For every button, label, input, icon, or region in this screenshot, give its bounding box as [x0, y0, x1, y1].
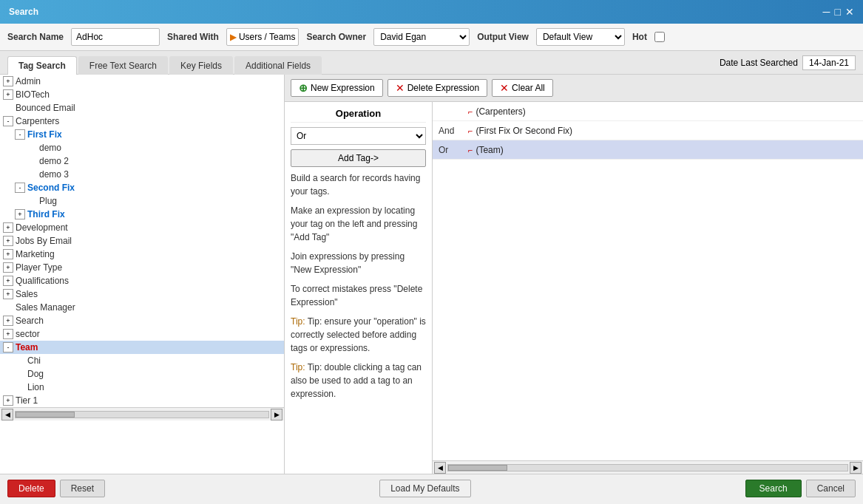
tree-toggle-biotech[interactable]: +	[3, 89, 13, 100]
tab-tag-search[interactable]: Tag Search	[7, 56, 77, 75]
shared-with-box[interactable]: ▶ Users / Teams	[226, 28, 299, 46]
delete-expression-button[interactable]: ✕ Delete Expression	[387, 79, 487, 97]
tree-node-first-fix[interactable]: - First Fix	[0, 128, 284, 141]
tree-toggle-carpenters[interactable]: -	[3, 116, 13, 126]
tree-toggle-jobs-by-email[interactable]: +	[3, 236, 13, 246]
shared-with-arrow: ▶	[230, 33, 236, 42]
tree-toggle-second-fix[interactable]: -	[15, 183, 25, 193]
expr-hscroll-left[interactable]: ◀	[434, 462, 446, 474]
tree-toggle-tier-1[interactable]: +	[3, 395, 13, 406]
operation-panel: Operation Or And Not Add Tag-> Build a s…	[285, 102, 433, 474]
expressions-area[interactable]: ⌐ (Carpenters) And ⌐ (First Fix Or Secon…	[433, 102, 863, 460]
expr-hscroll[interactable]: ◀ ▶	[433, 460, 863, 474]
tree-panel[interactable]: + Admin + BIOTech Bounced Email - Carpen…	[0, 75, 285, 474]
tree-label-chi: Chi	[27, 355, 41, 366]
tree-toggle-marketing[interactable]: +	[3, 249, 13, 259]
tree-node-demo-2[interactable]: demo 2	[0, 154, 284, 168]
tree-node-marketing[interactable]: + Marketing	[0, 248, 284, 261]
expr-hscroll-track[interactable]	[447, 464, 848, 471]
title-bar-controls: ─ □ ✕	[823, 6, 854, 18]
close-button[interactable]: ✕	[845, 6, 854, 18]
tree-label-plug: Plug	[39, 196, 57, 206]
tree-label-carpenters: Carpenters	[16, 116, 59, 126]
tree-label-search: Search	[16, 316, 44, 326]
tree-node-third-fix[interactable]: + Third Fix	[0, 208, 284, 221]
tree-toggle-first-fix[interactable]: -	[15, 129, 25, 140]
tree-node-plug[interactable]: Plug	[0, 194, 284, 208]
tab-free-text-search[interactable]: Free Text Search	[78, 56, 168, 75]
maximize-button[interactable]: □	[835, 6, 841, 18]
tree-node-sales-manager[interactable]: Sales Manager	[0, 301, 284, 314]
tree-hscroll-right[interactable]: ▶	[271, 409, 282, 420]
tree-node-demo[interactable]: demo	[0, 141, 284, 154]
tree-node-qualifications[interactable]: + Qualifications	[0, 274, 284, 287]
clear-all-button[interactable]: ✕ Clear All	[492, 79, 553, 97]
tree-node-bounced-email[interactable]: Bounced Email	[0, 101, 284, 115]
search-owner-select[interactable]: David Egan	[373, 28, 470, 46]
tree-node-sector[interactable]: + sector	[0, 327, 284, 341]
hot-checkbox[interactable]	[654, 32, 665, 42]
tree-node-sales[interactable]: + Sales	[0, 287, 284, 301]
expressions-container: ⌐ (Carpenters) And ⌐ (First Fix Or Secon…	[433, 102, 863, 474]
tree-toggle-player-type[interactable]: +	[3, 262, 13, 273]
tree-toggle-search[interactable]: +	[3, 316, 13, 326]
tree-node-search[interactable]: + Search	[0, 314, 284, 327]
search-name-label: Search Name	[7, 32, 64, 42]
tree-node-dog[interactable]: Dog	[0, 367, 284, 381]
tree-hscroll[interactable]: ◀ ▶	[0, 407, 284, 420]
tree-label-team: Team	[16, 342, 38, 353]
footer: Delete Reset Load My Defaults Search Can…	[0, 474, 863, 502]
new-expression-icon: ⊕	[299, 82, 308, 94]
expression-row-1[interactable]: And ⌐ (First Fix Or Second Fix)	[433, 121, 863, 140]
delete-expression-icon: ✕	[396, 82, 405, 94]
new-expression-button[interactable]: ⊕ New Expression	[291, 79, 383, 97]
tree-node-carpenters[interactable]: - Carpenters	[0, 115, 284, 128]
tree-hscroll-left[interactable]: ◀	[1, 409, 13, 420]
reset-button[interactable]: Reset	[60, 480, 105, 497]
operation-title: Operation	[291, 108, 426, 123]
expression-row-2[interactable]: Or ⌐ (Team)	[433, 140, 863, 160]
tree-node-biotech[interactable]: + BIOTech	[0, 88, 284, 101]
cancel-button[interactable]: Cancel	[806, 480, 856, 497]
tree-node-chi[interactable]: Chi	[0, 354, 284, 367]
tree-hscroll-track[interactable]	[15, 411, 269, 418]
load-defaults-button[interactable]: Load My Defaults	[379, 480, 470, 497]
search-button[interactable]: Search	[745, 480, 802, 497]
tree-node-jobs-by-email[interactable]: + Jobs By Email	[0, 234, 284, 248]
tree-node-second-fix[interactable]: - Second Fix	[0, 181, 284, 194]
tab-key-fields[interactable]: Key Fields	[169, 56, 233, 75]
tree-toggle-team[interactable]: -	[3, 342, 13, 353]
search-name-input[interactable]	[71, 28, 160, 46]
tree-node-development[interactable]: + Development	[0, 221, 284, 234]
tree-node-team[interactable]: - Team	[0, 341, 284, 354]
expr-hscroll-thumb	[448, 465, 507, 471]
delete-button[interactable]: Delete	[7, 480, 55, 497]
tree-label-dog: Dog	[27, 369, 44, 379]
tree-node-admin[interactable]: + Admin	[0, 75, 284, 88]
minimize-button[interactable]: ─	[823, 6, 830, 18]
tab-additional-fields[interactable]: Additional Fields	[234, 56, 322, 75]
footer-right: Search Cancel	[745, 480, 856, 497]
operation-select[interactable]: Or And Not	[291, 127, 426, 145]
expression-row-0[interactable]: ⌐ (Carpenters)	[433, 102, 863, 121]
expr-text-2: (Team)	[476, 145, 503, 155]
right-panel: ⊕ New Expression ✕ Delete Expression ✕ C…	[285, 75, 863, 474]
tree-node-demo-3[interactable]: demo 3	[0, 168, 284, 181]
tree-toggle-admin[interactable]: +	[3, 76, 13, 86]
expr-marker-0: ⌐	[468, 107, 473, 116]
expr-hscroll-right[interactable]: ▶	[850, 462, 862, 474]
search-owner-label: Search Owner	[306, 32, 366, 42]
output-view-label: Output View	[477, 32, 529, 42]
tree-toggle-development[interactable]: +	[3, 222, 13, 233]
tree-toggle-sector[interactable]: +	[3, 329, 13, 339]
app-title: Search	[9, 7, 38, 17]
tree-toggle-third-fix[interactable]: +	[15, 209, 25, 219]
add-tag-button[interactable]: Add Tag->	[291, 149, 426, 167]
output-view-select[interactable]: Default View	[536, 28, 625, 46]
tree-node-player-type[interactable]: + Player Type	[0, 261, 284, 274]
tree-toggle-sales[interactable]: +	[3, 289, 13, 299]
tree-node-lion[interactable]: Lion	[0, 381, 284, 394]
tree-node-tier-1[interactable]: + Tier 1	[0, 394, 284, 407]
tree-toggle-qualifications[interactable]: +	[3, 276, 13, 286]
hot-label: Hot	[632, 32, 647, 42]
